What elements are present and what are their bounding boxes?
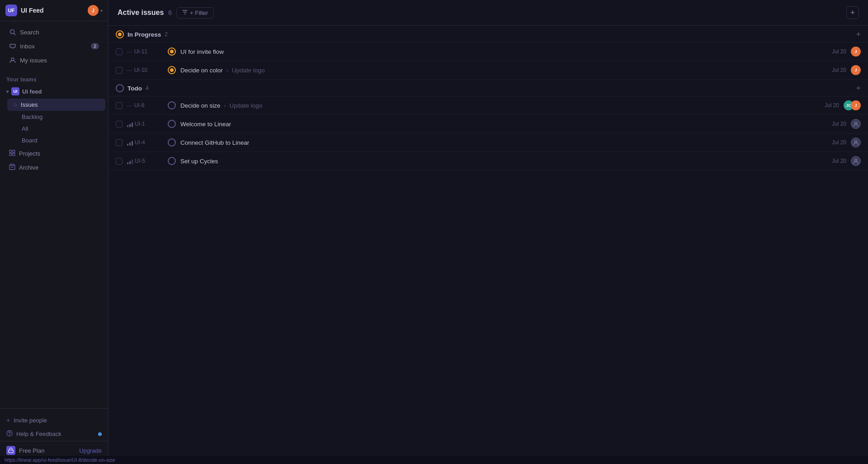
backlog-label: Backlog — [22, 114, 42, 120]
issue-row[interactable]: ··· UI-11 UI for invite flow Jul 20 J — [108, 43, 868, 61]
issue-date: Jul 20 — [832, 48, 846, 55]
issue-id-area: ··· UI-8 — [127, 102, 163, 109]
main-content: Active issues 6 + Filter + In Progress 2… — [108, 0, 868, 464]
caret-icon: ▾ — [6, 89, 9, 94]
page-title: Active issues — [118, 9, 164, 17]
issue-meta: Jul 20 — [832, 137, 861, 147]
add-todo-button[interactable]: + — [856, 84, 861, 92]
team-name: Ui feed — [22, 88, 42, 95]
issue-id-area: UI-1 — [127, 121, 163, 127]
issue-count: 6 — [168, 9, 172, 16]
dots-icon: ··· — [127, 66, 132, 74]
sidebar-item-board[interactable]: Board — [7, 135, 105, 146]
sidebar-item-all[interactable]: All — [7, 123, 105, 134]
issue-status-icon — [168, 120, 176, 128]
svg-rect-5 — [9, 153, 12, 156]
issues-icon: ○ — [14, 101, 17, 108]
issue-title: Welcome to Linear — [180, 121, 827, 128]
team-header[interactable]: ▾ UI Ui feed — [0, 85, 108, 98]
statusbar-url: https://linear.app/ui-feed/issue/UI-8/de… — [5, 457, 115, 463]
svg-point-10 — [9, 434, 10, 435]
issue-checkbox[interactable] — [116, 121, 123, 128]
issue-row[interactable]: UI-4 Connect GitHub to Linear Jul 20 — [108, 133, 868, 152]
issue-checkbox[interactable] — [116, 158, 123, 165]
help-feedback-btn[interactable]: Help & Feedback — [0, 427, 108, 441]
issue-title: Connect GitHub to Linear — [180, 139, 827, 146]
user-menu[interactable]: J ▾ — [88, 5, 103, 16]
plan-label: Free Plan — [19, 447, 44, 454]
sidebar-item-issues[interactable]: ○ Issues — [7, 99, 105, 111]
svg-line-1 — [14, 33, 16, 35]
issue-row[interactable]: UI-1 Welcome to Linear Jul 20 — [108, 115, 868, 133]
help-icon — [6, 430, 13, 438]
issue-sub-title: Update logo — [230, 102, 263, 109]
filter-icon — [182, 9, 188, 16]
sidebar-item-backlog[interactable]: Backlog — [7, 111, 105, 123]
avatar — [851, 156, 861, 166]
invite-people-btn[interactable]: + Invite people — [0, 413, 108, 427]
issue-id: UI-8 — [134, 102, 145, 109]
sidebar-item-archive[interactable]: Archive — [3, 161, 105, 174]
priority-bars-icon — [127, 139, 133, 146]
sidebar-logo[interactable]: UF UI Feed — [5, 5, 44, 16]
issue-meta: Jul 20 — [832, 156, 861, 166]
filter-button[interactable]: + Filter — [176, 7, 214, 19]
issue-row[interactable]: UI-5 Set up Cycles Jul 20 — [108, 152, 868, 170]
issue-id: UI-5 — [135, 158, 145, 164]
issue-id-area: ··· UI-11 — [127, 48, 163, 55]
svg-rect-4 — [13, 150, 15, 152]
group-in-progress-title: In Progress — [127, 31, 161, 38]
issue-title: Set up Cycles — [180, 158, 827, 165]
plan-icon — [6, 446, 15, 455]
add-in-progress-button[interactable]: + — [856, 30, 861, 38]
filter-label: + Filter — [190, 9, 208, 16]
issue-date: Jul 20 — [832, 121, 846, 127]
dots-icon: ··· — [127, 102, 132, 109]
issue-status-icon — [168, 47, 176, 56]
issue-checkbox[interactable] — [116, 102, 123, 109]
sidebar-item-search[interactable]: Search — [3, 25, 105, 39]
issue-checkbox[interactable] — [116, 67, 123, 74]
issue-id: UI-4 — [135, 139, 145, 146]
issue-status-icon — [168, 138, 176, 147]
logo-icon: UF — [5, 5, 17, 16]
sidebar-item-my-issues[interactable]: My issues — [3, 53, 105, 67]
in-progress-status-icon — [116, 30, 124, 38]
issue-checkbox[interactable] — [116, 48, 123, 55]
issue-title: UI for invite flow — [180, 48, 827, 55]
issue-date: Jul 20 — [825, 102, 839, 109]
search-icon — [9, 28, 16, 36]
issue-id: UI-1 — [135, 121, 145, 127]
svg-rect-3 — [9, 150, 12, 152]
avatar — [851, 119, 861, 129]
plus-icon: + — [6, 417, 10, 424]
issue-date: Jul 20 — [832, 139, 846, 146]
projects-label: Projects — [19, 150, 40, 157]
issue-row[interactable]: ··· UI-10 Decide on color › Update logo … — [108, 61, 868, 80]
group-todo-title: Todo — [127, 85, 142, 92]
issue-id: UI-10 — [134, 67, 147, 73]
issue-meta: Jul 20 JC J — [825, 100, 861, 110]
board-label: Board — [22, 137, 38, 144]
svg-point-9 — [7, 431, 12, 436]
issue-status-icon — [168, 66, 176, 74]
my-issues-icon — [9, 57, 16, 64]
issue-checkbox[interactable] — [116, 139, 123, 146]
avatar: J — [88, 5, 99, 16]
sidebar-item-projects[interactable]: Projects — [3, 147, 105, 160]
projects-icon — [9, 150, 15, 157]
invite-people-label: Invite people — [14, 417, 47, 424]
upgrade-button[interactable]: Upgrade — [79, 447, 102, 454]
statusbar: https://linear.app/ui-feed/issue/UI-8/de… — [0, 456, 868, 464]
issue-row[interactable]: ··· UI-8 Decide on size › Update logo Ju… — [108, 96, 868, 115]
sidebar-item-inbox[interactable]: Inbox 2 — [3, 39, 105, 53]
avatar-stack: JC J — [844, 100, 861, 110]
search-label: Search — [20, 29, 39, 36]
app-title: UI Feed — [21, 7, 44, 14]
add-issue-button[interactable]: + — [846, 6, 859, 19]
svg-point-14 — [855, 159, 857, 161]
group-todo-header: Todo 4 + — [108, 80, 868, 96]
issue-meta: Jul 20 J — [832, 65, 861, 75]
notification-dot — [98, 432, 102, 436]
svg-point-2 — [11, 58, 14, 61]
